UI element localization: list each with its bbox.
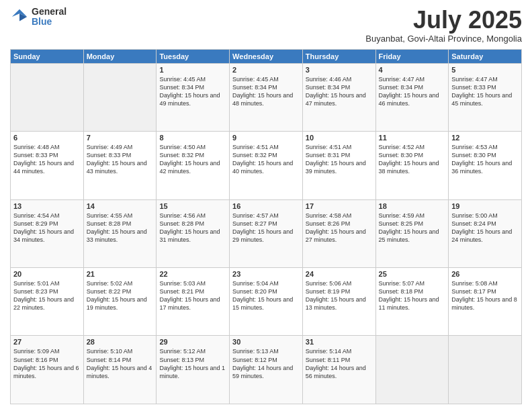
day-info: Sunrise: 5:12 AMSunset: 8:13 PMDaylight:… (159, 347, 226, 380)
day-number: 9 (232, 134, 300, 142)
day-cell (11, 63, 84, 131)
day-number: 28 (87, 338, 154, 346)
day-info: Sunrise: 5:03 AMSunset: 8:21 PMDaylight:… (159, 279, 226, 312)
weekday-header-saturday: Saturday (449, 49, 522, 63)
weekday-header-tuesday: Tuesday (157, 49, 230, 63)
day-info: Sunrise: 4:54 AMSunset: 8:29 PMDaylight:… (13, 212, 81, 244)
day-cell: 9Sunrise: 4:51 AMSunset: 8:32 PMDaylight… (230, 132, 303, 199)
day-number: 10 (306, 134, 373, 142)
day-info: Sunrise: 5:13 AMSunset: 8:12 PMDaylight:… (232, 347, 300, 380)
week-row-3: 13Sunrise: 4:54 AMSunset: 8:29 PMDayligh… (11, 199, 522, 267)
day-info: Sunrise: 4:59 AMSunset: 8:25 PMDaylight:… (379, 212, 446, 244)
day-number: 29 (159, 338, 226, 346)
day-cell: 1Sunrise: 4:45 AMSunset: 8:34 PMDaylight… (157, 63, 230, 131)
day-cell: 15Sunrise: 4:56 AMSunset: 8:28 PMDayligh… (157, 199, 230, 267)
day-info: Sunrise: 4:47 AMSunset: 8:34 PMDaylight:… (379, 75, 446, 108)
day-number: 6 (13, 134, 81, 142)
day-number: 4 (379, 66, 446, 74)
day-number: 3 (306, 66, 373, 74)
day-info: Sunrise: 5:10 AMSunset: 8:14 PMDaylight:… (87, 347, 154, 380)
weekday-header-monday: Monday (83, 49, 157, 63)
day-number: 31 (306, 338, 373, 346)
month-title: July 2025 (365, 7, 522, 34)
week-row-5: 27Sunrise: 5:09 AMSunset: 8:16 PMDayligh… (11, 336, 522, 404)
day-number: 13 (13, 202, 81, 210)
logo-icon (10, 7, 29, 26)
header: General Blue July 2025 Buyanbat, Govi-Al… (10, 7, 522, 44)
day-number: 18 (379, 202, 446, 210)
day-number: 19 (451, 202, 519, 210)
day-cell: 24Sunrise: 5:06 AMSunset: 8:19 PMDayligh… (302, 268, 375, 336)
weekday-header-wednesday: Wednesday (230, 49, 303, 63)
day-cell: 28Sunrise: 5:10 AMSunset: 8:14 PMDayligh… (83, 336, 157, 404)
day-cell (83, 63, 157, 131)
day-info: Sunrise: 5:14 AMSunset: 8:11 PMDaylight:… (306, 347, 373, 380)
weekday-header-sunday: Sunday (11, 49, 84, 63)
day-number: 5 (451, 66, 519, 74)
day-number: 1 (159, 66, 226, 74)
day-number: 21 (87, 270, 154, 278)
day-cell: 25Sunrise: 5:07 AMSunset: 8:18 PMDayligh… (375, 268, 449, 336)
day-cell: 18Sunrise: 4:59 AMSunset: 8:25 PMDayligh… (375, 199, 449, 267)
day-number: 16 (232, 202, 300, 210)
logo-blue: Blue (32, 17, 66, 27)
day-cell: 17Sunrise: 4:58 AMSunset: 8:26 PMDayligh… (302, 199, 375, 267)
day-cell: 14Sunrise: 4:55 AMSunset: 8:28 PMDayligh… (83, 199, 157, 267)
day-number: 2 (232, 66, 300, 74)
day-info: Sunrise: 4:47 AMSunset: 8:33 PMDaylight:… (451, 75, 519, 108)
day-info: Sunrise: 5:00 AMSunset: 8:24 PMDaylight:… (451, 212, 519, 244)
day-number: 14 (87, 202, 154, 210)
day-cell (449, 336, 522, 404)
day-cell: 5Sunrise: 4:47 AMSunset: 8:33 PMDaylight… (449, 63, 522, 131)
day-info: Sunrise: 4:58 AMSunset: 8:26 PMDaylight:… (306, 212, 373, 244)
logo-text: General Blue (32, 7, 66, 28)
day-number: 12 (451, 134, 519, 142)
logo: General Blue (10, 7, 66, 28)
day-info: Sunrise: 4:51 AMSunset: 8:32 PMDaylight:… (232, 143, 300, 176)
day-number: 30 (232, 338, 300, 346)
calendar-table: SundayMondayTuesdayWednesdayThursdayFrid… (10, 49, 522, 404)
day-info: Sunrise: 4:49 AMSunset: 8:33 PMDaylight:… (87, 143, 154, 176)
day-cell (375, 336, 449, 404)
day-number: 8 (159, 134, 226, 142)
day-number: 25 (379, 270, 446, 278)
day-cell: 20Sunrise: 5:01 AMSunset: 8:23 PMDayligh… (11, 268, 84, 336)
day-cell: 10Sunrise: 4:51 AMSunset: 8:31 PMDayligh… (302, 132, 375, 199)
day-info: Sunrise: 4:53 AMSunset: 8:30 PMDaylight:… (451, 143, 519, 176)
day-number: 26 (451, 270, 519, 278)
day-cell: 12Sunrise: 4:53 AMSunset: 8:30 PMDayligh… (449, 132, 522, 199)
day-info: Sunrise: 5:01 AMSunset: 8:23 PMDaylight:… (13, 279, 81, 312)
day-info: Sunrise: 4:55 AMSunset: 8:28 PMDaylight:… (87, 212, 154, 244)
day-cell: 3Sunrise: 4:46 AMSunset: 8:34 PMDaylight… (302, 63, 375, 131)
day-info: Sunrise: 4:56 AMSunset: 8:28 PMDaylight:… (159, 212, 226, 244)
day-info: Sunrise: 5:08 AMSunset: 8:17 PMDaylight:… (451, 279, 519, 312)
day-info: Sunrise: 4:57 AMSunset: 8:27 PMDaylight:… (232, 212, 300, 244)
day-info: Sunrise: 5:02 AMSunset: 8:22 PMDaylight:… (87, 279, 154, 312)
day-cell: 19Sunrise: 5:00 AMSunset: 8:24 PMDayligh… (449, 199, 522, 267)
location-subtitle: Buyanbat, Govi-Altai Province, Mongolia (365, 34, 522, 44)
day-number: 24 (306, 270, 373, 278)
weekday-header-row: SundayMondayTuesdayWednesdayThursdayFrid… (11, 49, 522, 63)
day-number: 27 (13, 338, 81, 346)
day-number: 20 (13, 270, 81, 278)
day-info: Sunrise: 4:51 AMSunset: 8:31 PMDaylight:… (306, 143, 373, 176)
day-cell: 29Sunrise: 5:12 AMSunset: 8:13 PMDayligh… (157, 336, 230, 404)
day-number: 15 (159, 202, 226, 210)
day-number: 7 (87, 134, 154, 142)
day-info: Sunrise: 5:07 AMSunset: 8:18 PMDaylight:… (379, 279, 446, 312)
day-cell: 8Sunrise: 4:50 AMSunset: 8:32 PMDaylight… (157, 132, 230, 199)
day-number: 11 (379, 134, 446, 142)
day-number: 23 (232, 270, 300, 278)
day-info: Sunrise: 5:06 AMSunset: 8:19 PMDaylight:… (306, 279, 373, 312)
day-number: 17 (306, 202, 373, 210)
weekday-header-thursday: Thursday (302, 49, 375, 63)
day-info: Sunrise: 4:48 AMSunset: 8:33 PMDaylight:… (13, 143, 81, 176)
day-number: 22 (159, 270, 226, 278)
day-cell: 27Sunrise: 5:09 AMSunset: 8:16 PMDayligh… (11, 336, 84, 404)
week-row-4: 20Sunrise: 5:01 AMSunset: 8:23 PMDayligh… (11, 268, 522, 336)
day-info: Sunrise: 5:04 AMSunset: 8:20 PMDaylight:… (232, 279, 300, 312)
day-info: Sunrise: 4:50 AMSunset: 8:32 PMDaylight:… (159, 143, 226, 176)
day-cell: 4Sunrise: 4:47 AMSunset: 8:34 PMDaylight… (375, 63, 449, 131)
day-cell: 21Sunrise: 5:02 AMSunset: 8:22 PMDayligh… (83, 268, 157, 336)
day-info: Sunrise: 4:46 AMSunset: 8:34 PMDaylight:… (306, 75, 373, 108)
